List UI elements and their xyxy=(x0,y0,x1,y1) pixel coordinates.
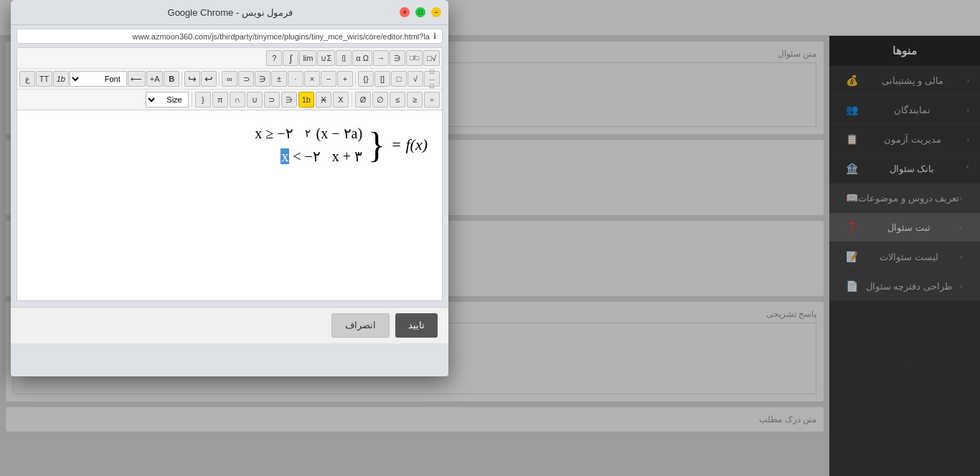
chrome-dialog: − □ × فرمول نویس - Google Chrome ℹ www.a… xyxy=(11,0,448,376)
divider5 xyxy=(192,92,192,107)
frac2-btn[interactable]: □—□ xyxy=(424,71,440,87)
subset-btn[interactable]: ⊂ xyxy=(238,71,254,87)
math-toolbar: √□ □/□ ∈ → α Ω [] Σ∪ lim ∫ ? □—□ √ □ [] xyxy=(17,48,442,110)
bigger-btn[interactable]: A+ xyxy=(146,71,163,87)
arabic-btn[interactable]: ع xyxy=(19,71,35,87)
intersect-btn[interactable]: ∩ xyxy=(230,92,245,108)
rtl-btn[interactable]: ⟵ xyxy=(128,71,146,87)
divider3 xyxy=(182,72,182,86)
times-btn[interactable]: × xyxy=(304,71,320,87)
brace-btn[interactable]: { xyxy=(195,92,211,108)
tt-btn[interactable]: TT xyxy=(36,71,52,87)
math-editor: √□ □/□ ∈ → α Ω [] Σ∪ lim ∫ ? □—□ √ □ [] xyxy=(17,47,443,301)
font-dropdown[interactable]: Font xyxy=(70,71,127,87)
close-button[interactable]: × xyxy=(400,7,410,17)
matrix-btn[interactable]: [] xyxy=(336,50,352,66)
minimize-button[interactable]: − xyxy=(431,7,441,17)
emptyset-btn[interactable]: Ø xyxy=(355,92,371,108)
sum-btn[interactable]: Σ∪ xyxy=(317,50,335,66)
cancel-button[interactable]: انصراف xyxy=(331,313,390,338)
cursor: x xyxy=(281,148,289,164)
divider4 xyxy=(352,92,352,107)
bold-btn[interactable]: B xyxy=(164,71,179,87)
url-text: www.azmoon360.com/js/thirdparty/tinymce/… xyxy=(132,32,430,41)
subset2-btn[interactable]: ⊂ xyxy=(264,92,280,108)
alpha-btn[interactable]: α Ω xyxy=(352,50,372,66)
info-icon: ℹ xyxy=(433,32,436,41)
divider2 xyxy=(219,72,220,86)
le-btn[interactable]: ≤ xyxy=(407,92,423,108)
chrome-titlebar: − □ × فرمول نویس - Google Chrome xyxy=(11,0,448,25)
union-btn[interactable]: ∪ xyxy=(247,92,263,108)
italic-btn[interactable]: 1b xyxy=(53,71,69,87)
plus-btn[interactable]: + xyxy=(337,71,353,87)
edit-case-row2: x + ۳ x < −۲ xyxy=(249,148,362,165)
toolbar-row2: □—□ √ □ [] {} + − × · ± ∈ ⊂ ∞ ↩ xyxy=(17,68,442,89)
sqrt-btn[interactable]: √□ xyxy=(423,50,440,66)
main-page: ✓ آزمون ۳۶۰ ≡ منوها ‹ مالی و پشتیبانی 💰 … xyxy=(0,0,980,476)
edit-cases: (x − ۲a) ۲ x ≥ −۲ x + ۳ x < −۲ xyxy=(249,125,362,165)
maximize-button[interactable]: □ xyxy=(415,7,425,17)
minus-btn[interactable]: − xyxy=(321,71,336,87)
toolbar-row1: √□ □/□ ∈ → α Ω [] Σ∪ lim ∫ ? xyxy=(17,48,442,68)
url-bar[interactable]: ℹ www.azmoon360.com/js/thirdparty/tinymc… xyxy=(17,29,443,44)
pm-btn[interactable]: ± xyxy=(271,71,287,87)
active-btn[interactable]: 1b xyxy=(298,92,314,108)
bracket-btn[interactable]: [] xyxy=(374,71,390,87)
redo-btn[interactable]: ↪ xyxy=(184,71,200,87)
help-btn[interactable]: ? xyxy=(266,50,282,66)
frac-btn[interactable]: □/□ xyxy=(406,50,423,66)
fx-label: f(x) = xyxy=(391,135,428,154)
cdot-btn[interactable]: · xyxy=(288,71,303,87)
divider1 xyxy=(355,72,356,86)
lim-btn[interactable]: lim xyxy=(299,50,316,66)
arrow-btn[interactable]: → xyxy=(373,50,389,66)
undo-btn[interactable]: ↩ xyxy=(201,71,217,87)
sq-btn[interactable]: □ xyxy=(391,71,407,87)
edit-formula-display: f(x) = { (x − ۲a) ۲ x ≥ −۲ x + ۳ x < −۲ xyxy=(249,125,428,165)
cbracket-btn[interactable]: {} xyxy=(358,71,374,87)
infty-btn[interactable]: ∞ xyxy=(222,71,237,87)
chrome-window-buttons: − □ × xyxy=(400,7,441,17)
div-btn[interactable]: ÷ xyxy=(424,92,440,108)
toolbar-row3: ÷ ≤ ≥ ∅ Ø X X 1b ∈ ⊂ ∪ ∩ π { xyxy=(17,89,442,110)
x-btn[interactable]: X xyxy=(333,92,349,108)
elem2-btn[interactable]: ∈ xyxy=(281,92,297,108)
dialog-title: فرمول نویس - Google Chrome xyxy=(61,7,400,18)
ge-btn[interactable]: ≥ xyxy=(390,92,405,108)
integral-btn[interactable]: ∫ xyxy=(283,50,298,66)
edit-open-brace: { xyxy=(368,129,385,161)
elem-btn[interactable]: ∈ xyxy=(255,71,270,87)
math-edit-area[interactable]: f(x) = { (x − ۲a) ۲ x ≥ −۲ x + ۳ x < −۲ xyxy=(17,110,442,300)
ne-btn[interactable]: ∅ xyxy=(372,92,388,108)
strikeout-btn[interactable]: X xyxy=(316,92,331,108)
dialog-footer: تایید انصراف xyxy=(11,307,448,343)
confirm-button[interactable]: تایید xyxy=(395,313,438,338)
pi-btn[interactable]: π xyxy=(212,92,228,108)
abs-btn[interactable]: ∈ xyxy=(390,50,405,66)
size-dropdown[interactable]: Size xyxy=(146,92,189,108)
sqrt2-btn[interactable]: √ xyxy=(407,71,423,87)
edit-case-row1: (x − ۲a) ۲ x ≥ −۲ xyxy=(249,125,362,142)
